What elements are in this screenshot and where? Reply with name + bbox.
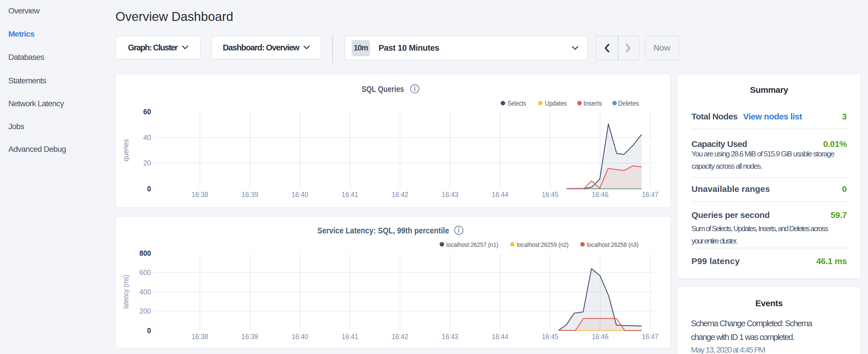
svg-text:16:38: 16:38 [192,332,208,341]
svg-text:16:40: 16:40 [292,332,308,341]
svg-text:16:47: 16:47 [642,190,658,199]
svg-text:localhost:26257 (n1): localhost:26257 (n1) [446,241,498,248]
svg-text:Updates: Updates [545,100,567,107]
svg-text:800: 800 [140,249,151,257]
svg-text:localhost:26259 (n2): localhost:26259 (n2) [517,241,568,248]
svg-text:16:39: 16:39 [242,190,258,199]
svg-text:localhost:26258 (n3): localhost:26258 (n3) [587,241,639,248]
svg-text:16:46: 16:46 [592,190,608,199]
svg-text:40: 40 [143,133,151,142]
svg-text:0: 0 [147,326,151,335]
svg-text:200: 200 [140,307,151,315]
svg-text:16:44: 16:44 [492,332,508,341]
svg-text:16:43: 16:43 [442,190,459,199]
svg-text:16:43: 16:43 [442,332,459,341]
svg-text:16:41: 16:41 [342,190,358,199]
svg-text:Selects: Selects [507,100,526,107]
svg-text:16:40: 16:40 [292,190,308,199]
svg-text:16:46: 16:46 [592,332,608,341]
svg-text:16:42: 16:42 [392,190,408,199]
svg-text:queries: queries [122,139,130,162]
svg-text:60: 60 [143,107,151,116]
svg-text:16:45: 16:45 [542,332,559,341]
svg-text:600: 600 [140,268,151,277]
svg-text:Inserts: Inserts [584,100,602,107]
svg-text:SQL Queries: SQL Queries [362,84,404,94]
svg-text:16:45: 16:45 [542,190,559,199]
svg-text:Service Latency: SQL, 99th per: Service Latency: SQL, 99th percentile [317,226,449,235]
svg-text:16:39: 16:39 [242,332,258,341]
svg-text:16:41: 16:41 [342,332,358,341]
svg-text:16:47: 16:47 [642,332,658,341]
svg-text:20: 20 [143,159,151,167]
svg-text:400: 400 [140,288,151,296]
svg-text:16:38: 16:38 [192,190,208,199]
svg-text:16:42: 16:42 [392,332,408,341]
svg-text:Deletes: Deletes [618,100,639,107]
svg-text:16:44: 16:44 [492,190,508,199]
svg-text:latency (ms): latency (ms) [122,275,130,309]
svg-text:0: 0 [147,185,151,193]
